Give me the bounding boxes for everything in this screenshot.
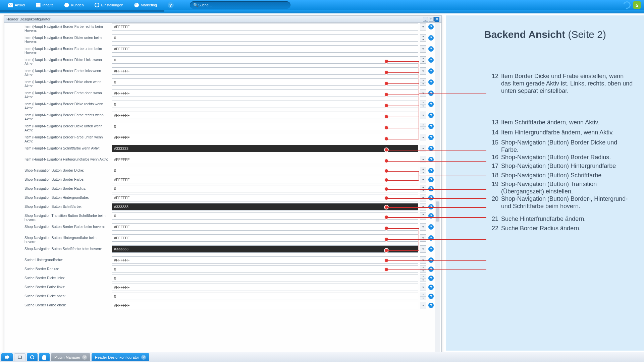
- dropdown-toggle[interactable]: ▼: [420, 134, 426, 141]
- field-help-button[interactable]: ?: [428, 57, 434, 63]
- color-input[interactable]: [112, 156, 418, 163]
- field-help-button[interactable]: ?: [428, 90, 434, 96]
- spinner-buttons[interactable]: ▲▼: [420, 123, 426, 130]
- field-help-button[interactable]: ?: [428, 46, 434, 52]
- field-help-button[interactable]: ?: [428, 68, 434, 74]
- chevron-up-icon[interactable]: ▲: [420, 185, 426, 189]
- number-input[interactable]: [112, 293, 418, 300]
- field-help-button[interactable]: ?: [428, 257, 434, 263]
- window-minimize-button[interactable]: _: [423, 17, 428, 22]
- window-titlebar[interactable]: Header Designkonfigurator _ □ ✕: [4, 16, 441, 23]
- spinner-buttons[interactable]: ▲▼: [420, 293, 426, 300]
- spinner-buttons[interactable]: ▲▼: [420, 34, 426, 42]
- spinner-buttons[interactable]: ▲▼: [420, 78, 426, 86]
- dropdown-toggle[interactable]: ▼: [420, 203, 426, 210]
- dropdown-toggle[interactable]: ▼: [420, 234, 426, 242]
- chevron-up-icon[interactable]: ▲: [420, 101, 426, 105]
- number-input[interactable]: [112, 212, 418, 220]
- number-input[interactable]: [112, 167, 418, 174]
- chevron-down-icon[interactable]: ▼: [420, 189, 426, 192]
- field-help-button[interactable]: ?: [428, 285, 434, 290]
- taskbar-tab-plugin-manager[interactable]: Plugin Manager✕: [51, 353, 90, 361]
- number-input[interactable]: [112, 275, 418, 282]
- color-input[interactable]: [112, 203, 418, 210]
- field-help-button[interactable]: ?: [428, 235, 434, 241]
- dropdown-toggle[interactable]: ▼: [420, 245, 426, 253]
- chevron-down-icon[interactable]: ▼: [420, 297, 426, 300]
- menu-kunden[interactable]: Kunden: [60, 0, 89, 10]
- color-input[interactable]: [112, 223, 418, 231]
- spinner-buttons[interactable]: ▲▼: [420, 185, 426, 192]
- chevron-up-icon[interactable]: ▲: [420, 167, 426, 171]
- chevron-down-icon[interactable]: ▼: [420, 82, 426, 86]
- menu-marketing[interactable]: Marketing: [129, 0, 162, 10]
- field-help-button[interactable]: ?: [428, 266, 434, 272]
- field-help-button[interactable]: ?: [428, 303, 434, 308]
- spinner-buttons[interactable]: ▲▼: [420, 56, 426, 64]
- taskbar-clock-button[interactable]: [27, 353, 38, 361]
- search-input[interactable]: [198, 3, 287, 7]
- number-input[interactable]: [112, 78, 418, 86]
- number-input[interactable]: [112, 185, 418, 192]
- dropdown-toggle[interactable]: ▼: [420, 89, 426, 97]
- spinner-buttons[interactable]: ▲▼: [420, 275, 426, 282]
- chevron-down-icon[interactable]: ▼: [420, 279, 426, 282]
- number-input[interactable]: [112, 123, 418, 130]
- taskbar-tab-header-config[interactable]: Header Designkonfigurator✕: [92, 353, 149, 361]
- dropdown-toggle[interactable]: ▼: [420, 284, 426, 291]
- field-help-button[interactable]: ?: [428, 124, 434, 129]
- dropdown-toggle[interactable]: ▼: [420, 67, 426, 75]
- scrollbar-thumb[interactable]: [436, 201, 439, 222]
- color-input[interactable]: [112, 145, 418, 152]
- dropdown-toggle[interactable]: ▼: [420, 112, 426, 119]
- number-input[interactable]: [112, 265, 418, 273]
- chevron-up-icon[interactable]: ▲: [420, 266, 426, 269]
- color-input[interactable]: [112, 23, 418, 31]
- field-help-button[interactable]: ?: [428, 224, 434, 230]
- close-icon[interactable]: ✕: [82, 355, 87, 360]
- dropdown-toggle[interactable]: ▼: [420, 194, 426, 201]
- spinner-buttons[interactable]: ▲▼: [420, 212, 426, 220]
- close-icon[interactable]: ✕: [141, 355, 146, 360]
- dropdown-toggle[interactable]: ▼: [420, 302, 426, 309]
- number-input[interactable]: [112, 34, 418, 42]
- dropdown-toggle[interactable]: ▼: [420, 176, 426, 183]
- chevron-up-icon[interactable]: ▲: [420, 79, 426, 82]
- field-help-button[interactable]: ?: [428, 168, 434, 173]
- dropdown-toggle[interactable]: ▼: [420, 145, 426, 152]
- menu-einstellungen[interactable]: Einstellungen: [90, 0, 128, 10]
- window-close-button[interactable]: ✕: [434, 17, 439, 22]
- field-help-button[interactable]: ?: [428, 146, 434, 151]
- color-input[interactable]: [112, 256, 418, 264]
- color-input[interactable]: [112, 302, 418, 309]
- field-help-button[interactable]: ?: [428, 24, 434, 29]
- chevron-up-icon[interactable]: ▲: [420, 213, 426, 216]
- color-input[interactable]: [112, 284, 418, 291]
- chevron-down-icon[interactable]: ▼: [420, 171, 426, 174]
- color-input[interactable]: [112, 176, 418, 183]
- spinner-buttons[interactable]: ▲▼: [420, 167, 426, 174]
- field-help-button[interactable]: ?: [428, 246, 434, 252]
- field-help-button[interactable]: ?: [428, 157, 434, 162]
- dropdown-toggle[interactable]: ▼: [420, 23, 426, 31]
- field-help-button[interactable]: ?: [428, 113, 434, 118]
- taskbar-logout-button[interactable]: [1, 353, 13, 361]
- color-input[interactable]: [112, 67, 418, 75]
- chevron-down-icon[interactable]: ▼: [420, 60, 426, 64]
- chevron-up-icon[interactable]: ▲: [420, 293, 426, 297]
- taskbar-notifications-button[interactable]: [39, 353, 50, 361]
- chevron-down-icon[interactable]: ▼: [420, 105, 426, 108]
- window-maximize-button[interactable]: □: [429, 17, 434, 22]
- color-input[interactable]: [112, 134, 418, 141]
- spinner-buttons[interactable]: ▲▼: [420, 265, 426, 273]
- chevron-down-icon[interactable]: ▼: [420, 38, 426, 42]
- field-help-button[interactable]: ?: [428, 276, 434, 281]
- color-input[interactable]: [112, 194, 418, 201]
- chevron-up-icon[interactable]: ▲: [420, 123, 426, 127]
- spinner-buttons[interactable]: ▲▼: [420, 101, 426, 108]
- number-input[interactable]: [112, 56, 418, 64]
- color-input[interactable]: [112, 245, 418, 253]
- global-search[interactable]: 🔍: [190, 1, 290, 9]
- chevron-up-icon[interactable]: ▲: [420, 35, 426, 38]
- taskbar-windows-button[interactable]: [14, 353, 25, 361]
